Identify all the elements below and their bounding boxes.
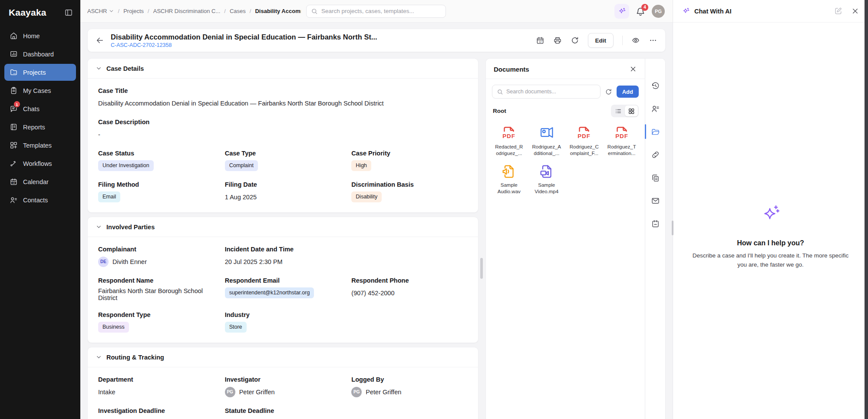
pill-case-type: Complaint — [225, 160, 258, 171]
field-respondent-type: Respondent TypeBusiness — [98, 311, 215, 333]
field-label: Case Description — [98, 119, 468, 125]
calendar-button[interactable]: 12 — [536, 36, 545, 45]
documents-close-icon[interactable] — [629, 65, 637, 73]
case-id-link[interactable]: C-ASC-ADC-2702-12358 — [111, 42, 377, 48]
sidebar-item-workflows[interactable]: Workflows — [4, 155, 76, 172]
sidebar-item-label: Calendar — [23, 178, 49, 185]
main-scrollbar[interactable] — [479, 58, 485, 419]
sidebar-item-chats[interactable]: 1Chats — [4, 100, 76, 117]
documents-search-input[interactable] — [506, 89, 596, 95]
notifications-button[interactable]: 4 — [636, 7, 645, 16]
printer-button[interactable] — [553, 36, 562, 45]
field-logged-by: Logged ByPGPeter Griffen — [351, 376, 468, 397]
global-search-input[interactable] — [321, 8, 441, 14]
file-name: Rodriguez_Additional_... — [532, 144, 561, 156]
case-actions: 12Edit — [536, 33, 658, 48]
field-case-type: Case TypeComplaint — [225, 150, 341, 171]
rail-item-mail[interactable] — [645, 192, 665, 209]
field-label: Statute Deadline — [225, 407, 341, 414]
scrollbar-thumb[interactable] — [480, 258, 483, 279]
file-samplevideo-mp4[interactable]: SampleVideo.mp4 — [529, 162, 565, 195]
link-icon — [651, 150, 660, 159]
sidebar-item-templates[interactable]: Templates — [4, 137, 76, 154]
copy-icon — [651, 173, 660, 182]
divider — [622, 36, 623, 45]
rail-item-copy[interactable] — [645, 169, 665, 186]
documents-toolbar: Add — [486, 79, 645, 101]
sidebar-collapse-icon[interactable] — [64, 8, 73, 17]
folder-breadcrumb: Root — [493, 108, 506, 114]
field-statute-deadline: Statute Deadline28 Jan 2026 — [225, 407, 341, 419]
field-value: 20 Jul 2025 2:30 PM — [225, 258, 283, 265]
panel-resize-handle[interactable] — [672, 221, 673, 235]
section-title: Routing & Tracking — [106, 354, 164, 361]
add-document-button[interactable]: Add — [617, 86, 639, 98]
section-title: Case Details — [106, 65, 144, 72]
rail-item-folder-open[interactable] — [645, 123, 665, 140]
sidebar-item-home[interactable]: Home — [4, 27, 76, 44]
sidebar-item-my-cases[interactable]: My Cases — [4, 82, 76, 99]
documents-refresh-icon[interactable] — [605, 88, 612, 96]
case-title-block: Disability Accommodation Denial in Speci… — [111, 33, 377, 48]
card-routing-tracking: Routing & TrackingDepartmentIntakeInvest… — [87, 347, 479, 419]
breadcrumb-item-disability-accommodati[interactable]: Disability Accommodati... — [255, 8, 301, 14]
file-video-icon — [538, 162, 556, 181]
content-area: Disability Accommodation Denial in Speci… — [80, 23, 673, 419]
refresh-button[interactable] — [571, 36, 579, 45]
field-value: Divith Enner — [112, 258, 147, 265]
sidebar-item-dashboard[interactable]: Dashboard — [4, 46, 76, 63]
rail-item-link[interactable] — [645, 146, 665, 163]
sidebar-item-label: Chats — [23, 106, 40, 112]
chevron-down-icon — [96, 224, 102, 230]
breadcrumb-item-aschr-discrimination-c[interactable]: ASCHR Discrimination C... — [153, 8, 221, 14]
breadcrumb-item-aschr[interactable]: ASCHR — [87, 8, 114, 14]
new-chat-icon[interactable] — [834, 7, 842, 15]
list-view-button[interactable] — [612, 106, 625, 116]
file-rodriguez-termination[interactable]: PDFRodriguez_Termination... — [604, 124, 640, 156]
file-redacted-rodriguez[interactable]: PDFRedacted_Rodriguez_... — [491, 124, 527, 156]
grid-view-button[interactable] — [625, 106, 638, 116]
global-search[interactable] — [306, 5, 446, 18]
section-header-case-details[interactable]: Case Details — [88, 59, 478, 79]
user-avatar[interactable]: PG — [652, 5, 665, 18]
file-sampleaudio-wav[interactable]: SampleAudio.wav — [491, 162, 527, 195]
documents-header: Documents — [486, 59, 645, 79]
ai-assistant-button[interactable] — [614, 4, 629, 19]
app-logo: Kaayaka — [9, 7, 46, 18]
field-department: DepartmentIntake — [98, 376, 215, 397]
sidebar-item-contacts[interactable]: Contacts — [4, 191, 76, 208]
sidebar-item-projects[interactable]: Projects — [4, 64, 76, 81]
documents-title: Documents — [494, 66, 529, 73]
chat-header: Chat With AI — [673, 0, 868, 23]
ai-sparkle-large-icon — [760, 203, 782, 224]
case-sections: Case DetailsCase TitleDisability Accommo… — [87, 58, 479, 419]
breadcrumb-item-cases[interactable]: Cases — [230, 8, 246, 14]
sidebar-item-calendar[interactable]: 12Calendar — [4, 173, 76, 190]
pill-discrimination-basis: Disability — [351, 191, 382, 202]
file-rodriguez-complaint-f[interactable]: PDFRodriguez_Complaint_F... — [566, 124, 602, 156]
edit-button[interactable]: Edit — [588, 33, 614, 48]
rail-item-note[interactable] — [645, 215, 665, 232]
eye-button[interactable] — [631, 36, 640, 45]
field-case-description: Case Description- — [98, 119, 468, 140]
documents-search[interactable] — [492, 85, 601, 99]
page-scrollbar[interactable] — [865, 0, 868, 419]
rail-item-user-list[interactable] — [645, 100, 665, 117]
sidebar: Kaayaka HomeDashboardProjectsMy Cases1Ch… — [0, 0, 80, 419]
rail-item-history[interactable] — [645, 77, 665, 94]
section-header-involved-parties[interactable]: Involved Parties — [88, 217, 478, 237]
file-name: Rodriguez_Termination... — [607, 144, 636, 156]
ellipsis-button[interactable] — [649, 36, 657, 45]
section-header-routing-tracking[interactable]: Routing & Tracking — [88, 347, 478, 367]
field-label: Case Type — [225, 150, 341, 157]
chat-close-icon[interactable] — [851, 7, 859, 15]
section-title: Involved Parties — [106, 224, 155, 231]
file-rodriguez-additional[interactable]: Rodriguez_Additional_... — [529, 124, 565, 156]
field-value: Peter Griffen — [366, 389, 401, 396]
field-value: Fairbanks North Star Borough School Dist… — [98, 287, 215, 301]
svg-text:12: 12 — [12, 181, 15, 184]
sidebar-item-reports[interactable]: Reports — [4, 119, 76, 135]
field-incident-date-and-time: Incident Date and Time20 Jul 2025 2:30 P… — [225, 246, 341, 267]
breadcrumb-item-projects[interactable]: Projects — [123, 8, 144, 14]
back-button[interactable] — [96, 36, 104, 45]
